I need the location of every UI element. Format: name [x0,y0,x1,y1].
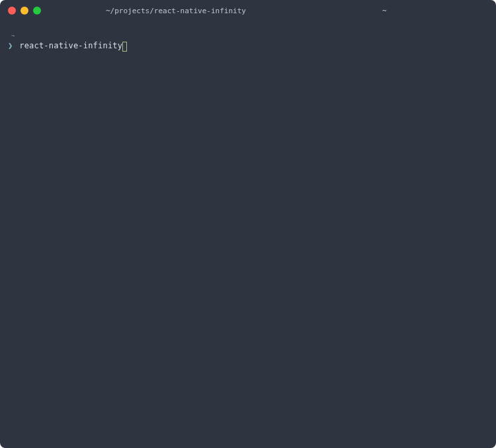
prompt-symbol: ❯ [7,40,19,51]
prompt-line: ❯ react-native-infinity [7,40,489,51]
terminal-window: ~/projects/react-native-infinity ~ ~ ❯ r… [0,0,496,448]
maximize-icon[interactable] [33,7,41,15]
minimize-icon[interactable] [21,7,28,15]
titlebar: ~/projects/react-native-infinity ~ [0,0,496,21]
close-icon[interactable] [8,7,16,15]
terminal-body[interactable]: ~ ❯ react-native-infinity [0,21,496,448]
prompt-context: ~ [7,33,489,39]
window-title-path: ~/projects/react-native-infinity [106,7,246,15]
command-text: react-native-infinity [19,40,122,51]
traffic-lights [0,7,41,15]
window-title-right: ~ [382,7,387,15]
cursor [122,42,127,52]
